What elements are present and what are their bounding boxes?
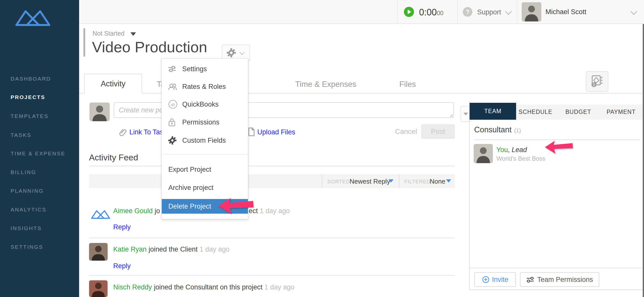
feed-user-link[interactable]: Aimee Gould [113, 207, 153, 215]
timer-minutes: 0:00 [419, 7, 437, 18]
settings-sliders-icon [168, 65, 176, 72]
cancel-button[interactable]: Cancel [395, 128, 417, 136]
user-avatar[interactable] [522, 2, 541, 21]
feed-entry-text: Nisch Reddyjoined the Consultant on this… [113, 283, 294, 291]
chevron-down-icon [464, 113, 468, 115]
person-silhouette-icon [474, 144, 493, 163]
person-silhouette-icon [89, 280, 108, 297]
panel-left-border [469, 101, 470, 290]
activity-feed-heading: Activity Feed [89, 153, 138, 162]
sliders-icon [526, 276, 534, 283]
help-icon[interactable]: ? [463, 7, 472, 17]
menu-item-settings[interactable]: Settings [162, 62, 248, 76]
menu-item-label: Permissions [182, 118, 219, 126]
link-to-task-button[interactable]: Link To Task [129, 128, 167, 136]
menu-item-permissions[interactable]: Permissions [162, 115, 248, 130]
menu-item-quickbooks[interactable]: qb QuickBooks [162, 97, 248, 112]
sorted-dropdown-icon[interactable] [388, 179, 394, 183]
sidebar-item-tasks[interactable]: TASKS [11, 131, 76, 139]
feed-timestamp: 1 day ago [264, 283, 294, 291]
timer-seconds: 00 [437, 10, 444, 17]
sidebar-item-insights[interactable]: INSIGHTS [11, 225, 76, 232]
feed-entry-text: Aimee Gouldjo [113, 207, 160, 215]
svg-text:qb: qb [171, 102, 175, 107]
timer-play-button[interactable] [404, 7, 414, 17]
team-permissions-button[interactable]: Team Permissions [520, 272, 599, 287]
menu-item-export-project[interactable]: Export Project [162, 162, 248, 177]
feed-sort-bar [89, 174, 455, 188]
feed-entry-text: Katie Ryanjoined the Client1 day ago [113, 245, 229, 253]
gear-icon [168, 136, 177, 145]
divider [89, 275, 455, 276]
sidebar-item-planning[interactable]: PLANNING [11, 187, 76, 195]
scrollbar[interactable] [643, 24, 644, 297]
sidebar-item-dashboard[interactable]: DASHBOARD [11, 75, 76, 83]
person-silhouette-icon [522, 2, 541, 21]
upload-files-button[interactable]: Upload Files [257, 128, 295, 136]
feed-timestamp: 1 day ago [200, 245, 230, 253]
tab-files[interactable]: Files [399, 80, 416, 89]
user-name[interactable]: Michael Scott [545, 8, 586, 16]
group-label: Consultant [474, 125, 512, 134]
support-menu[interactable]: Support [477, 8, 501, 16]
feed-entry-body: joined the Client [149, 245, 198, 253]
sorted-value[interactable]: Newest Reply [350, 178, 390, 185]
play-icon [408, 10, 411, 14]
feed-user-link[interactable]: Katie Ryan [113, 245, 147, 253]
team-member-name[interactable]: You, Lead [496, 146, 527, 154]
sidebar-item-templates[interactable]: TEMPLATES [11, 112, 76, 120]
divider [89, 166, 455, 166]
sidebar-item-analytics[interactable]: ANALYTICS [11, 206, 76, 213]
tab-time-expenses[interactable]: Time & Expenses [295, 80, 356, 89]
post-button[interactable]: Post [421, 124, 455, 139]
panel-tab-budget[interactable]: BUDGET [565, 109, 591, 115]
reply-link[interactable]: Reply [113, 262, 131, 270]
filtered-dropdown-icon[interactable] [446, 179, 451, 183]
project-title: Video Production [92, 38, 207, 56]
app-window: DASHBOARD PROJECTS TEMPLATES TASKS TIME … [0, 0, 644, 297]
feed-timestamp: 1 day ago [260, 207, 290, 215]
composer-avatar [89, 103, 110, 121]
feed-user-link[interactable]: Nisch Reddy [113, 283, 152, 291]
menu-item-rates-roles[interactable]: Rates & Roles [162, 79, 248, 94]
upload-file-icon [248, 128, 255, 136]
menu-item-label: QuickBooks [182, 101, 219, 108]
menu-item-label: Rates & Roles [182, 83, 226, 91]
menu-item-label: Archive project [168, 184, 214, 192]
panel-tab-schedule[interactable]: SCHEDULE [519, 109, 552, 115]
sidebar: DASHBOARD PROJECTS TEMPLATES TASKS TIME … [0, 0, 79, 297]
panel-tab-team[interactable]: TEAM [470, 103, 516, 120]
member-separator: , [508, 146, 512, 154]
lock-icon [168, 118, 176, 127]
sidebar-item-projects[interactable]: PROJECTS [11, 93, 76, 101]
sidebar-item-settings[interactable]: SETTINGS [11, 243, 76, 251]
divider [517, 0, 517, 23]
sidebar-item-time-expense[interactable]: TIME & EXPENSE [11, 150, 76, 157]
invite-button[interactable]: Invite [474, 272, 516, 287]
film-info-icon [590, 75, 604, 88]
member-role: Lead [512, 146, 527, 154]
group-count: (1) [514, 127, 521, 134]
divider [397, 0, 398, 23]
divider [470, 268, 644, 268]
team-member-subtitle: World's Best Boss [496, 155, 545, 162]
panel-tab-payment[interactable]: PAYMENT [607, 109, 636, 115]
sidebar-item-billing[interactable]: BILLING [11, 168, 76, 176]
project-status[interactable]: Not Started [93, 30, 124, 37]
divider [89, 238, 455, 238]
filtered-label: FILTERED: [404, 179, 432, 185]
person-silhouette-icon [89, 103, 110, 121]
menu-item-archive-project[interactable]: Archive project [162, 180, 248, 195]
annotation-arrow-team-lead [543, 140, 574, 154]
reply-link[interactable]: Reply [113, 223, 131, 231]
filtered-value[interactable]: None [430, 178, 445, 185]
plus-circle-icon [482, 276, 490, 283]
feed-entry-body: joined the Consultant on this project [154, 283, 262, 291]
menu-item-custom-fields[interactable]: Custom Fields [162, 133, 248, 148]
gear-icon [226, 48, 236, 58]
project-media-button[interactable] [586, 71, 608, 92]
status-dropdown-icon[interactable] [130, 32, 136, 36]
tab-activity[interactable]: Activity [84, 74, 142, 93]
member-you[interactable]: You [496, 146, 508, 154]
divider [162, 154, 248, 155]
